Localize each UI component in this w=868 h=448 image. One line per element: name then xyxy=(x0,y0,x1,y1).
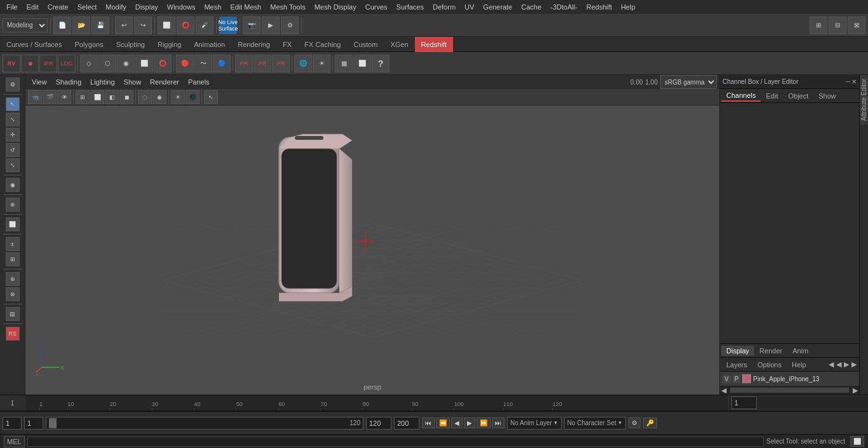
menu-create[interactable]: Create xyxy=(44,2,72,12)
rs-donut-btn[interactable]: ⭕ xyxy=(154,55,172,72)
tab-animation[interactable]: Animation xyxy=(187,37,231,52)
menu-surfaces[interactable]: Surfaces xyxy=(393,2,428,12)
rs-btn2[interactable]: ⏺ xyxy=(21,55,39,72)
timeline-thumb[interactable] xyxy=(49,418,57,428)
range-end-input[interactable] xyxy=(394,417,419,430)
play-btn[interactable]: ▶ xyxy=(464,417,475,428)
rs-shader-btn[interactable]: ▦ xyxy=(335,55,353,72)
workspace-dropdown[interactable]: Modeling Rigging Animation xyxy=(3,18,48,32)
layer-arrow-left2[interactable]: ◀ xyxy=(836,360,841,369)
menu-edit[interactable]: Edit xyxy=(23,2,43,12)
menu-uv[interactable]: UV xyxy=(461,2,478,12)
menu-generate[interactable]: Generate xyxy=(479,2,516,12)
save-btn[interactable]: 💾 xyxy=(92,17,109,34)
vp-wire-btn[interactable]: ⬜ xyxy=(90,90,104,104)
play-back-btn[interactable]: ◀ xyxy=(451,417,463,428)
rs-curve-btn[interactable]: 〜 xyxy=(194,55,212,72)
rs-dome-btn[interactable]: 🌐 xyxy=(294,55,312,72)
viewport-menu-show[interactable]: Show xyxy=(120,77,146,87)
viewport-canvas[interactable]: X Y Z persp xyxy=(25,105,719,395)
redo-btn[interactable]: ↪ xyxy=(134,17,152,34)
rs-sphere-btn[interactable]: ◉ xyxy=(117,55,135,72)
snap-btn[interactable]: ⊕ xyxy=(6,272,20,286)
layer-tab-render[interactable]: Render xyxy=(754,346,787,356)
vp-light-btn[interactable]: ☀ xyxy=(171,90,185,104)
rs-pr-btn1[interactable]: PR xyxy=(235,55,253,72)
playback-end-input[interactable] xyxy=(366,417,391,430)
viewport-menu-panels[interactable]: Panels xyxy=(184,77,214,87)
tab-fx[interactable]: FX xyxy=(276,37,298,52)
menu-help[interactable]: Help xyxy=(617,2,639,12)
rotate-tool-btn[interactable]: ↺ xyxy=(6,143,20,157)
tab-custom[interactable]: Custom xyxy=(348,37,384,52)
menu-edit-mesh[interactable]: Edit Mesh xyxy=(226,2,265,12)
script-editor-btn[interactable]: ⬜ xyxy=(850,436,864,447)
menu-3dtoall[interactable]: -3DtoAll- xyxy=(546,2,581,12)
rs-mat-btn[interactable]: ⬜ xyxy=(353,55,371,72)
skip-to-start-btn[interactable]: ⏮ xyxy=(422,417,435,428)
select-btn[interactable]: ⬜ xyxy=(158,17,175,34)
rs-icon-btn[interactable]: RS xyxy=(6,327,20,341)
command-line-input[interactable] xyxy=(27,437,764,447)
range-start2-input[interactable] xyxy=(24,417,43,430)
plus-btn[interactable]: ⊞ xyxy=(6,252,20,266)
vp-grid-btn[interactable]: ⊞ xyxy=(76,90,90,104)
menu-redshift[interactable]: Redshift xyxy=(583,2,616,12)
rs-help-btn[interactable]: ? xyxy=(372,55,390,72)
layer-arrow-right[interactable]: ▶ xyxy=(844,360,849,369)
layer-vis-btn[interactable]: ▤ xyxy=(6,307,20,321)
ch-tab-channels[interactable]: Channels xyxy=(721,90,761,102)
layer-arrow-left[interactable]: ◀ xyxy=(829,360,834,369)
timeline-slider-container[interactable]: 120 xyxy=(46,417,363,430)
render-settings-btn[interactable]: ⚙ xyxy=(281,17,299,34)
layer-color-swatch[interactable] xyxy=(742,374,751,383)
ch-tab-show[interactable]: Show xyxy=(813,91,841,101)
layer-scroll-right[interactable]: ▶ xyxy=(851,386,859,395)
vp-select-mode[interactable]: ↖ xyxy=(204,90,218,104)
menu-select[interactable]: Select xyxy=(74,2,101,12)
undo-btn[interactable]: ↩ xyxy=(115,17,133,34)
tab-rigging[interactable]: Rigging xyxy=(151,37,187,52)
layout-btn3[interactable]: ⊠ xyxy=(848,17,865,34)
layer-tab-display[interactable]: Display xyxy=(721,346,754,356)
vp-iso-btn[interactable]: ◉ xyxy=(153,90,166,104)
rs-pr-btn3[interactable]: PR xyxy=(272,55,290,72)
vp-film-btn[interactable]: 🎬 xyxy=(43,90,57,104)
settings-btn[interactable]: ⚙ xyxy=(628,417,641,428)
viewport-menu-shading[interactable]: Shading xyxy=(52,77,85,87)
new-scene-btn[interactable]: 📄 xyxy=(53,17,71,34)
rs-pr-btn2[interactable]: PR xyxy=(254,55,271,72)
lasso-btn[interactable]: ⭕ xyxy=(177,17,194,34)
plus-minus-btn[interactable]: ± xyxy=(6,237,20,251)
timeline-ruler[interactable]: 1 10 20 30 40 50 60 70 80 90 100 110 120 xyxy=(25,395,728,411)
menu-mesh-tools[interactable]: Mesh Tools xyxy=(266,2,309,12)
layout-btn1[interactable]: ⊞ xyxy=(810,17,827,34)
panel-close-btn[interactable]: ✕ xyxy=(851,78,857,85)
step-back-btn[interactable]: ⏪ xyxy=(436,417,450,428)
rs-geom-btn[interactable]: ◇ xyxy=(80,55,98,72)
vp-render-btn[interactable]: 👁 xyxy=(57,90,71,104)
menu-deform[interactable]: Deform xyxy=(429,2,459,12)
open-btn[interactable]: 📂 xyxy=(72,17,90,34)
options-menu-btn[interactable]: Options xyxy=(754,360,785,370)
menu-windows[interactable]: Windows xyxy=(163,2,200,12)
tool-settings-btn[interactable]: ⚙ xyxy=(6,78,20,92)
current-frame-input[interactable] xyxy=(731,397,757,409)
tab-redshift[interactable]: Redshift xyxy=(415,37,453,52)
menu-modify[interactable]: Modify xyxy=(102,2,130,12)
vp-shade-btn[interactable]: ◧ xyxy=(105,90,119,104)
render-btn[interactable]: 📷 xyxy=(243,17,261,34)
viewport-menu-renderer[interactable]: Renderer xyxy=(146,77,183,87)
menu-mesh[interactable]: Mesh xyxy=(200,2,225,12)
menu-curves[interactable]: Curves xyxy=(362,2,391,12)
region-select-btn[interactable]: ⬜ xyxy=(6,217,20,231)
tab-polygons[interactable]: Polygons xyxy=(68,37,109,52)
layer-p-btn[interactable]: P xyxy=(733,375,741,383)
ch-tab-edit[interactable]: Edit xyxy=(761,91,783,101)
tab-xgen[interactable]: XGen xyxy=(384,37,414,52)
menu-file[interactable]: File xyxy=(3,2,22,12)
vp-cam-btn[interactable]: 📹 xyxy=(28,90,42,104)
tab-rendering[interactable]: Rendering xyxy=(231,37,276,52)
layout-btn2[interactable]: ⊟ xyxy=(829,17,846,34)
vp-solid-btn[interactable]: ◼ xyxy=(119,90,133,104)
